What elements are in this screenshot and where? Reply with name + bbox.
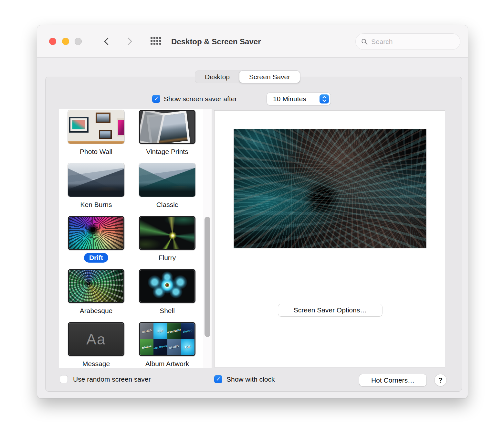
saver-item-arabesque[interactable]: Arabesque xyxy=(68,269,124,316)
show-screensaver-after-label: Show screen saver after xyxy=(164,95,237,103)
saver-label: Message xyxy=(77,359,115,368)
tab-desktop[interactable]: Desktop xyxy=(195,71,239,83)
classic-thumbnail xyxy=(139,163,195,197)
search-field[interactable] xyxy=(355,33,460,50)
saver-label: Arabesque xyxy=(75,306,118,316)
delay-value: 10 Minutes xyxy=(273,95,320,103)
search-icon xyxy=(361,38,368,45)
forward-button[interactable] xyxy=(125,37,134,46)
title-bar: Desktop & Screen Saver xyxy=(37,25,468,58)
show-with-clock-checkbox[interactable]: ✓ xyxy=(214,375,222,383)
drift-thumbnail xyxy=(68,216,124,250)
hot-corners-button[interactable]: Hot Corners… xyxy=(359,374,426,386)
drift-preview-image xyxy=(234,129,426,248)
show-screensaver-after-checkbox[interactable]: ✓ xyxy=(152,95,160,103)
use-random-checkbox[interactable]: ✓ xyxy=(60,375,68,383)
zoom-window-button[interactable] xyxy=(75,38,82,45)
saver-item-ken-burns[interactable]: Ken Burns xyxy=(68,163,124,210)
saver-item-album-artwork[interactable]: BLUES POP ALTerNative electro rNative el… xyxy=(139,322,195,368)
show-all-preferences-icon[interactable] xyxy=(151,37,161,46)
ken-burns-thumbnail xyxy=(68,163,124,197)
message-thumbnail: Aa xyxy=(68,322,124,356)
album-tile-text: BLUES xyxy=(142,329,152,334)
vintage-prints-thumbnail xyxy=(139,110,195,144)
list-scrollbar-thumb[interactable] xyxy=(205,217,210,337)
album-tile-text: POP xyxy=(157,329,164,333)
message-sample-text: Aa xyxy=(86,331,106,348)
use-random-label: Use random screen saver xyxy=(73,375,151,383)
help-button[interactable]: ? xyxy=(435,374,446,386)
tab-bar: Desktop Screen Saver xyxy=(195,71,300,83)
saver-label: Flurry xyxy=(153,253,181,263)
saver-item-photo-wall[interactable]: Photo Wall xyxy=(68,110,124,157)
saver-label: Shell xyxy=(154,306,180,316)
back-button[interactable] xyxy=(102,37,111,46)
screenshot-canvas: Desktop & Screen Saver Desktop Screen Sa… xyxy=(0,0,504,445)
screensaver-list: Photo Wall Vintage Prints Ken Burns Clas… xyxy=(59,109,203,368)
screen-saver-options-button[interactable]: Screen Saver Options… xyxy=(278,304,382,316)
album-tile-text: electronic xyxy=(153,344,167,350)
search-input[interactable] xyxy=(371,38,455,46)
saver-label: Album Artwork xyxy=(140,359,194,368)
arabesque-thumbnail xyxy=(68,269,124,303)
tab-screen-saver[interactable]: Screen Saver xyxy=(239,71,300,83)
checkmark-icon: ✓ xyxy=(152,95,160,103)
show-with-clock-label: Show with clock xyxy=(226,375,275,383)
album-tile-text: electro xyxy=(183,329,193,334)
saver-item-drift[interactable]: Drift xyxy=(68,216,124,263)
album-tile-text: ALTerNative xyxy=(167,328,181,334)
saver-item-vintage-prints[interactable]: Vintage Prints xyxy=(139,110,195,157)
saver-item-flurry[interactable]: Flurry xyxy=(139,216,195,263)
album-tile-text: BLUES xyxy=(169,344,179,350)
list-scrollbar-track[interactable] xyxy=(203,109,212,368)
saver-label-selected: Drift xyxy=(84,253,108,263)
album-tile-text: POP xyxy=(184,345,191,349)
window-title: Desktop & Screen Saver xyxy=(171,37,261,46)
saver-label: Vintage Prints xyxy=(141,147,193,157)
checkmark-icon: ✓ xyxy=(214,375,222,383)
album-tile-text: rNative xyxy=(142,344,152,350)
shell-thumbnail xyxy=(139,269,195,303)
stepper-icon xyxy=(320,94,329,103)
preview-panel xyxy=(214,110,445,367)
saver-label: Ken Burns xyxy=(75,200,117,210)
saver-item-classic[interactable]: Classic xyxy=(139,163,195,210)
flurry-thumbnail xyxy=(139,216,195,250)
close-window-button[interactable] xyxy=(49,38,56,45)
saver-label: Classic xyxy=(151,200,184,210)
photo-wall-thumbnail xyxy=(68,110,124,144)
delay-dropdown[interactable]: 10 Minutes xyxy=(267,93,331,105)
desktop-screensaver-window: Desktop & Screen Saver Desktop Screen Sa… xyxy=(37,25,468,398)
saver-label: Photo Wall xyxy=(75,147,118,157)
minimize-window-button[interactable] xyxy=(62,38,69,45)
saver-item-shell[interactable]: Shell xyxy=(139,269,195,316)
saver-item-message[interactable]: Aa Message xyxy=(68,322,124,368)
album-artwork-thumbnail: BLUES POP ALTerNative electro rNative el… xyxy=(139,322,195,356)
